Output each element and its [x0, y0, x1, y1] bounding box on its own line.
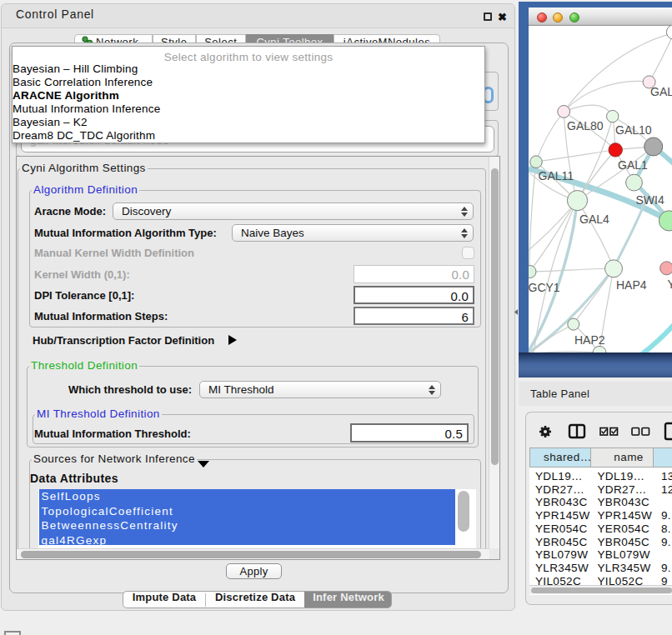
svg-text:GAL4: GAL4 — [579, 212, 609, 226]
svg-text:GAL1: GAL1 — [618, 158, 648, 172]
svg-text:GAL2: GAL2 — [650, 85, 672, 98]
svg-text:GAL80: GAL80 — [567, 119, 604, 132]
svg-text:SWI4: SWI4 — [636, 193, 664, 207]
svg-text:HAP2: HAP2 — [574, 333, 605, 347]
svg-text:GAL11: GAL11 — [539, 169, 574, 182]
svg-text:HAP4: HAP4 — [616, 278, 647, 292]
svg-text:GCY1: GCY1 — [529, 281, 560, 294]
svg-text:YDR: YDR — [668, 278, 672, 291]
svg-text:GAL10: GAL10 — [615, 123, 652, 137]
